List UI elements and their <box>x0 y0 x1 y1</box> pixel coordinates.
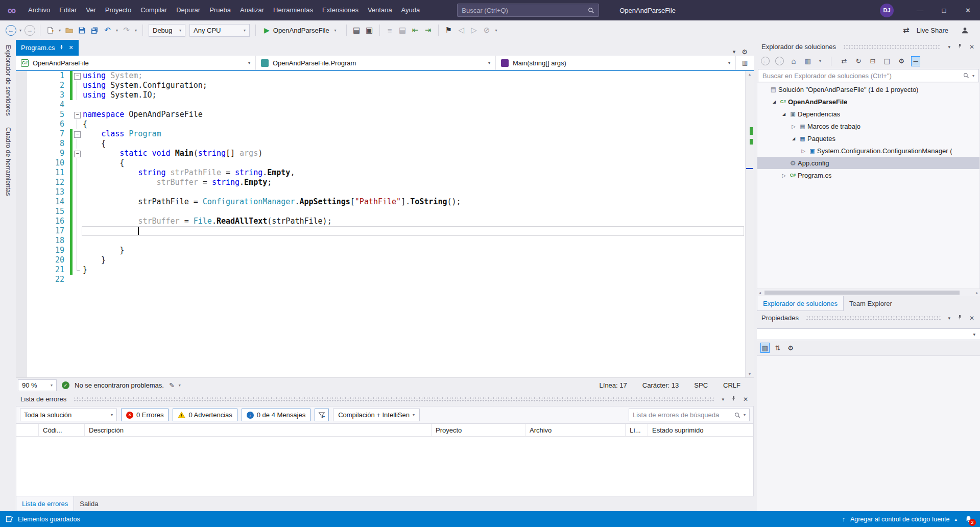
drag-handle[interactable] <box>806 316 941 320</box>
start-debugging-button[interactable]: ▶ OpenAndParseFile ▾ <box>260 23 342 37</box>
code-line-19[interactable]: 19 } <box>16 246 745 255</box>
collapse-region-icon[interactable] <box>73 149 82 158</box>
zoom-dropdown[interactable]: 90 % ▾ <box>18 379 57 391</box>
tab-options-icon[interactable]: ⚙ <box>742 48 748 56</box>
code-line-20[interactable]: 20 } <box>16 255 745 265</box>
solution-explorer-header[interactable]: Explorador de soluciones ▾ ✕ <box>757 40 980 54</box>
back-icon[interactable]: ← <box>760 56 770 66</box>
chevron-down-icon[interactable]: ▾ <box>114 28 119 33</box>
code-line-2[interactable]: 2using System.Configuration; <box>16 81 745 90</box>
minimize-button[interactable]: — <box>908 0 932 20</box>
error-list-header[interactable]: Lista de errores ▾ ✕ <box>16 392 754 406</box>
menu-ventana[interactable]: Ventana <box>363 0 397 20</box>
home-icon[interactable]: ⌂ <box>789 56 798 66</box>
tree-item-system-configuration-configurationmanage[interactable]: ▷▣System.Configuration.ConfigurationMana… <box>757 145 979 157</box>
menu-editar[interactable]: Editar <box>55 0 81 20</box>
code-line-16[interactable]: 16 strBuffer = File.ReadAllText(strPathF… <box>16 217 745 226</box>
tab-lista-de-errores[interactable]: Lista de errores <box>16 496 74 511</box>
code-line-5[interactable]: 5namespace OpenAndParseFile <box>16 110 745 119</box>
drag-handle[interactable] <box>843 44 941 49</box>
code-line-3[interactable]: 3using System.IO; <box>16 90 745 100</box>
pin-icon[interactable] <box>957 314 963 322</box>
live-share-icon[interactable]: ⇄ <box>900 24 912 36</box>
pin-icon[interactable] <box>59 44 64 51</box>
close-icon[interactable]: ✕ <box>969 315 974 322</box>
properties-header[interactable]: Propiedades ▾ ✕ <box>757 311 980 325</box>
collapse-region-icon[interactable] <box>73 129 82 139</box>
solution-search-box[interactable]: ▾ <box>758 69 979 82</box>
code-line-18[interactable]: 18 <box>16 236 745 246</box>
search-icon[interactable] <box>963 73 969 79</box>
health-check-icon[interactable]: ✓ <box>62 381 69 389</box>
pin-icon[interactable] <box>731 395 736 403</box>
error-search-input[interactable] <box>633 411 731 419</box>
expander-icon[interactable]: ▷ <box>780 173 788 178</box>
column-header-category[interactable] <box>16 424 39 436</box>
tab-explorador-de-soluciones[interactable]: Explorador de soluciones <box>757 296 844 311</box>
navigate-forward-icon[interactable]: → <box>24 24 36 36</box>
menu-archivo[interactable]: Archivo <box>23 0 55 20</box>
tree-item-dependencias[interactable]: ◢▣Dependencias <box>757 108 979 120</box>
new-project-icon[interactable] <box>44 24 56 36</box>
scrollbar-thumb[interactable] <box>764 291 960 295</box>
code-line-7[interactable]: 7 class Program <box>16 129 745 139</box>
drag-handle[interactable] <box>74 397 714 401</box>
user-avatar[interactable]: DJ <box>880 4 894 17</box>
code-line-15[interactable]: 15 <box>16 207 745 217</box>
code-line-8[interactable]: 8 { <box>16 139 745 149</box>
preview-selected-items-icon[interactable]: ─ <box>911 56 920 66</box>
save-all-icon[interactable] <box>89 24 101 36</box>
expander-icon[interactable]: ◢ <box>780 112 788 116</box>
code-cleanup-icon[interactable]: ✎ <box>169 381 175 389</box>
column-header-archivo[interactable]: Archivo <box>525 424 626 436</box>
source-filter-dropdown[interactable]: Compilación + IntelliSen ▾ <box>333 409 420 421</box>
tree-item-soluci-n-openandparsefile-1-de-1-proyect[interactable]: ▤Solución "OpenAndParseFile" (1 de 1 pro… <box>757 83 979 95</box>
parameter-info-icon[interactable]: ≡ <box>384 24 396 36</box>
properties-gear-icon[interactable]: ⚙ <box>897 56 906 66</box>
tree-item-openandparsefile[interactable]: ◢C#OpenAndParseFile <box>757 95 979 108</box>
solution-configuration-dropdown[interactable]: Debug▾ <box>149 24 185 37</box>
column-header-descripci-n[interactable]: Descripción <box>85 424 432 436</box>
code-line-12[interactable]: 12 strBuffer = string.Empty; <box>16 178 745 187</box>
property-pages-icon[interactable]: ⚙ <box>786 343 795 353</box>
chevron-down-icon[interactable]: ▾ <box>818 59 823 63</box>
chevron-down-icon[interactable]: ▾ <box>177 383 182 388</box>
scroll-right-icon[interactable]: ▸ <box>976 291 978 295</box>
maximize-button[interactable]: □ <box>932 0 956 20</box>
menu-compilar[interactable]: Compilar <box>136 0 172 20</box>
code-line-9[interactable]: 9 static void Main(string[] args) <box>16 149 745 158</box>
tree-item-marcos-de-trabajo[interactable]: ▷▦Marcos de trabajo <box>757 120 979 132</box>
save-icon[interactable] <box>76 24 88 36</box>
code-line-21[interactable]: 21} <box>16 265 745 275</box>
horizontal-scrollbar[interactable]: ◂ ▸ <box>757 289 980 296</box>
code-pane[interactable]: 1using System;2using System.Configuratio… <box>16 71 745 377</box>
error-search-box[interactable]: ▾ <box>629 409 750 421</box>
add-to-source-control-button[interactable]: Agregar al control de código fuente <box>850 516 950 523</box>
menu-ver[interactable]: Ver <box>81 0 101 20</box>
object-selector-dropdown[interactable]: ▾ <box>757 328 980 340</box>
menu-ayuda[interactable]: Ayuda <box>397 0 425 20</box>
forward-icon[interactable]: → <box>775 56 784 66</box>
feedback-person-icon[interactable] <box>961 27 969 34</box>
scroll-left-icon[interactable]: ◂ <box>759 291 761 295</box>
code-line-14[interactable]: 14 strPathFile = ConfigurationManager.Ap… <box>16 197 745 207</box>
expander-icon[interactable]: ▷ <box>790 124 798 129</box>
code-line-11[interactable]: 11 string strPathFile = string.Empty, <box>16 168 745 178</box>
properties-body[interactable] <box>757 356 980 511</box>
tab-program-cs[interactable]: Program.cs ✕ <box>16 40 79 56</box>
column-header-proyecto[interactable]: Proyecto <box>432 424 525 436</box>
type-dropdown[interactable]: OpenAndParseFile.Program ▾ <box>256 56 496 70</box>
collapse-region-icon[interactable] <box>73 110 82 119</box>
menu-herramientas[interactable]: Herramientas <box>269 0 318 20</box>
member-list-icon[interactable]: ▤ <box>351 24 363 36</box>
expander-icon[interactable]: ◢ <box>770 100 778 104</box>
chevron-down-icon[interactable]: ▾ <box>18 28 23 33</box>
scroll-down-icon[interactable]: ▾ <box>746 372 754 376</box>
solution-search-input[interactable] <box>762 72 960 80</box>
tree-item-paquetes[interactable]: ◢▦Paquetes <box>757 132 979 145</box>
side-tab-explorador-de-servidores[interactable]: Explorador de servidores <box>5 45 12 116</box>
errors-filter-button[interactable]: ✕ 0 Errores <box>121 409 169 421</box>
tab-team-explorer[interactable]: Team Explorer <box>844 296 898 311</box>
eol-indicator[interactable]: CRLF <box>723 381 740 389</box>
code-line-22[interactable]: 22 <box>16 275 745 284</box>
